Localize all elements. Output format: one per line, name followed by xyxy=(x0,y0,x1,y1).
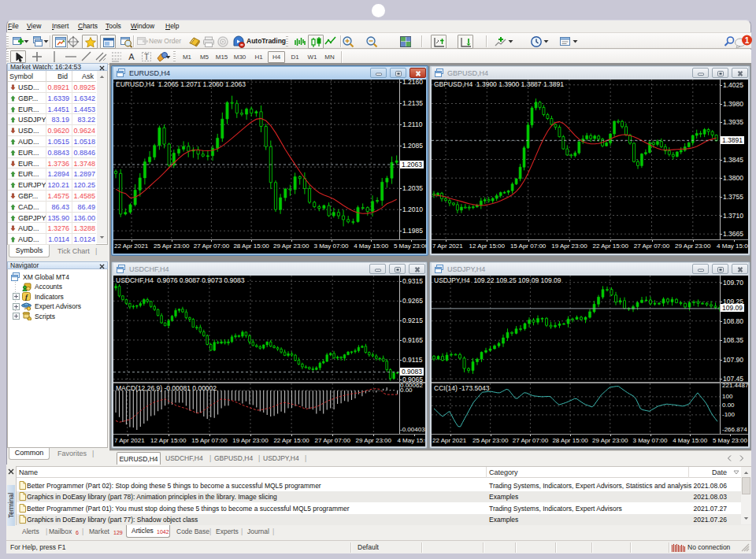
svg-text:T: T xyxy=(144,53,149,61)
svg-text:1: 1 xyxy=(745,36,750,45)
svg-text:A: A xyxy=(128,52,135,61)
